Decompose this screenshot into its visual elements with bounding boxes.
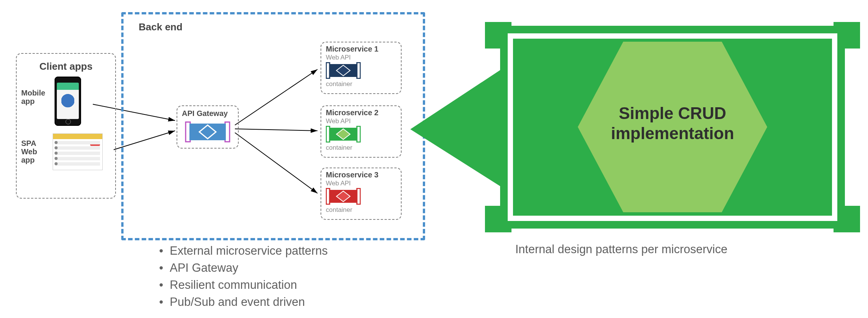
microservice-container-label: container bbox=[326, 144, 352, 152]
bullet-item: •Pub/Sub and event driven bbox=[159, 294, 328, 311]
svg-rect-18 bbox=[357, 188, 360, 204]
api-gateway-icon bbox=[185, 121, 230, 144]
crud-text: Simple CRUD implementation bbox=[500, 103, 845, 144]
spa-app-label: SPA Web app bbox=[21, 139, 37, 164]
client-apps-title: Client apps bbox=[39, 61, 92, 72]
svg-marker-21 bbox=[410, 69, 501, 187]
spa-app-mock bbox=[53, 133, 103, 170]
bullet-item: •API Gateway bbox=[159, 260, 328, 277]
callout-arrow bbox=[410, 69, 501, 187]
bullet-item: •External microservice patterns bbox=[159, 243, 328, 260]
microservice-title: Microservice 3 bbox=[326, 171, 378, 179]
corner-accent bbox=[834, 206, 860, 232]
bullet-item: •Resilient communication bbox=[159, 277, 328, 294]
microservice-api-label: Web API bbox=[326, 180, 351, 187]
corner-accent bbox=[834, 22, 860, 49]
mobile-app-mock bbox=[55, 77, 81, 126]
microservice-box-2: Microservice 2 Web API container bbox=[321, 105, 402, 158]
backend-title: Back end bbox=[139, 21, 183, 33]
crud-panel: Simple CRUD implementation bbox=[500, 26, 845, 229]
container-icon bbox=[326, 126, 361, 144]
microservice-box-1: Microservice 1 Web API container bbox=[321, 42, 402, 94]
microservice-api-label: Web API bbox=[326, 54, 351, 61]
svg-rect-7 bbox=[189, 124, 226, 140]
microservice-title: Microservice 2 bbox=[326, 108, 378, 117]
crud-line1: Simple CRUD bbox=[619, 104, 726, 122]
microservice-api-label: Web API bbox=[326, 117, 351, 125]
diagram-stage: Client apps Mobile app SPA Web app Back … bbox=[0, 0, 868, 318]
microservice-container-label: container bbox=[326, 80, 352, 88]
api-gateway-box: API Gateway bbox=[177, 105, 239, 149]
svg-rect-13 bbox=[326, 126, 330, 142]
microservice-title: Microservice 1 bbox=[326, 45, 378, 53]
svg-rect-9 bbox=[326, 63, 330, 78]
container-icon bbox=[326, 188, 361, 206]
crud-line2: implementation bbox=[611, 124, 734, 143]
container-icon bbox=[326, 62, 361, 80]
right-caption: Internal design patterns per microservic… bbox=[515, 243, 727, 256]
client-apps-box: Client apps Mobile app SPA Web app bbox=[16, 53, 116, 199]
mobile-app-label: Mobile app bbox=[21, 89, 45, 105]
microservice-container-label: container bbox=[326, 206, 352, 214]
svg-rect-10 bbox=[357, 63, 360, 78]
svg-rect-17 bbox=[326, 188, 330, 204]
svg-rect-14 bbox=[357, 126, 360, 142]
api-gateway-title: API Gateway bbox=[182, 109, 228, 117]
backend-bullets: •External microservice patterns •API Gat… bbox=[159, 243, 328, 311]
microservice-box-3: Microservice 3 Web API container bbox=[321, 168, 402, 220]
